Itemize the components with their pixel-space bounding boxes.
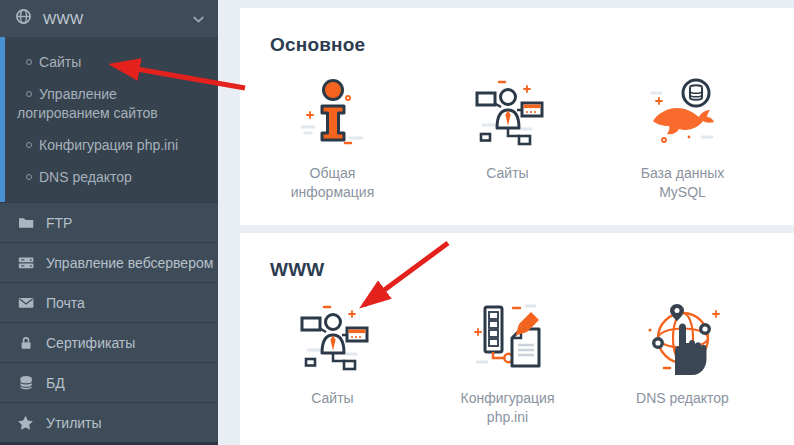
sidebar-group-label: WWW [43, 11, 193, 27]
sidebar-item-db[interactable]: БД [0, 362, 218, 402]
sites-icon [250, 301, 415, 381]
sidebar-group-www[interactable]: WWW [0, 0, 218, 37]
card-label: Конфигурация php.ini [453, 389, 563, 427]
sidebar-item-site-logging[interactable]: Управление логированием сайтов [17, 85, 210, 123]
globe-icon [15, 8, 32, 29]
php-config-icon [425, 301, 590, 381]
main-content: Основное Общая информация [218, 0, 794, 445]
mail-icon [17, 295, 34, 310]
section-title-www: WWW [270, 259, 794, 281]
sidebar-item-utilities[interactable]: Утилиты [0, 402, 218, 442]
sidebar-item-webserver[interactable]: Управление вебсервером [0, 242, 218, 282]
info-icon [250, 76, 415, 156]
sidebar-item-mail[interactable]: Почта [0, 282, 218, 322]
cards-row: Сайты [240, 301, 794, 427]
section-title-main: Основное [270, 34, 794, 56]
card-php-config[interactable]: Конфигурация php.ini [425, 301, 590, 427]
database-icon [17, 375, 34, 391]
card-general-info[interactable]: Общая информация [250, 76, 415, 202]
sites-icon [425, 76, 590, 156]
section-www: WWW [240, 233, 794, 445]
bullet-icon [26, 174, 32, 180]
sidebar-item-certificates[interactable]: Сертификаты [0, 322, 218, 362]
card-sites-www[interactable]: Сайты [250, 301, 415, 427]
sidebar: WWW Сайты Управление логированием сайтов… [0, 0, 218, 445]
bullet-icon [26, 142, 32, 148]
card-label: Общая информация [278, 164, 388, 202]
card-label: База данных MySQL [628, 164, 738, 202]
card-label: DNS редактор [628, 389, 738, 408]
sidebar-item-ftp[interactable]: FTP [0, 202, 218, 242]
webserver-icon [17, 255, 34, 270]
bullet-icon [26, 91, 32, 97]
sidebar-item-dns-editor[interactable]: DNS редактор [17, 168, 210, 187]
mysql-icon [600, 76, 765, 156]
card-label: Сайты [453, 164, 563, 183]
lock-icon [17, 335, 34, 351]
card-dns-editor[interactable]: DNS редактор [600, 301, 765, 427]
sidebar-submenu-www: Сайты Управление логированием сайтов Кон… [0, 37, 218, 202]
sidebar-item-sites[interactable]: Сайты [17, 53, 210, 72]
chevron-down-icon[interactable] [193, 10, 204, 28]
card-mysql[interactable]: База данных MySQL [600, 76, 765, 202]
dns-editor-icon [600, 301, 765, 381]
card-label: Сайты [278, 389, 388, 408]
sidebar-item-php-ini[interactable]: Конфигурация php.ini [17, 136, 210, 155]
cards-row: Общая информация [240, 76, 794, 202]
star-icon [17, 415, 34, 431]
folder-icon [17, 215, 34, 230]
bullet-icon [26, 59, 32, 65]
card-sites[interactable]: Сайты [425, 76, 590, 202]
section-main: Основное Общая информация [240, 8, 794, 225]
